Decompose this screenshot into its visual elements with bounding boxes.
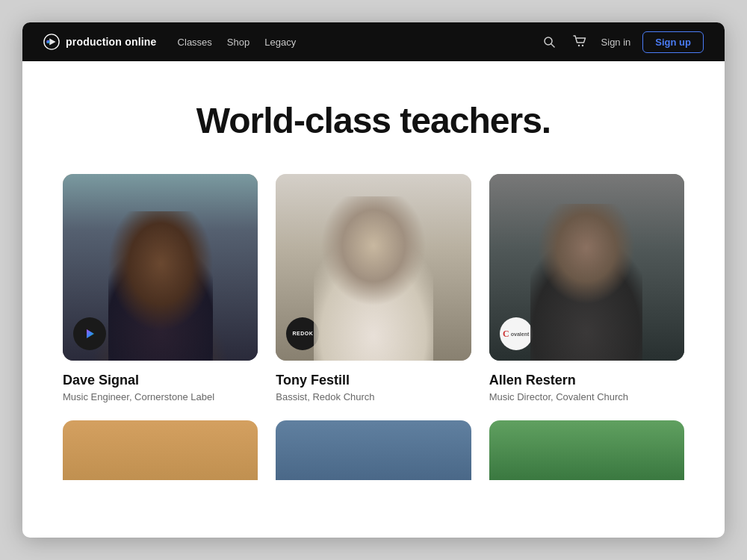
navbar: production online Classes Shop Legacy [22,22,725,61]
teacher-photo-allen: C ovalent [489,174,684,361]
svg-point-5 [577,45,579,46]
teacher-card-dave: Dave Signal Music Engineer, Cornerstone … [63,174,258,402]
teacher-name-dave: Dave Signal [63,373,258,388]
svg-marker-1 [49,38,55,45]
nav-actions: Sign in Sign up [540,31,704,53]
teacher-role-dave: Music Engineer, Cornerstone Label [63,391,258,402]
brand-logo[interactable]: production online [43,34,157,50]
svg-line-4 [551,44,554,47]
teacher-card-partial-3 [489,420,684,480]
page-title: World-class teachers. [60,100,687,141]
teacher-card-allen: C ovalent Allen Restern Music Director, … [489,174,684,402]
teacher-card-tony: REDOK Tony Festill Bassist, Redok Church [276,174,471,402]
svg-point-2 [46,40,50,44]
logo-icon [43,34,60,50]
search-icon [543,36,555,48]
svg-point-6 [581,45,583,46]
teacher-badge-tony: REDOK [286,317,319,350]
brand-name: production online [66,36,157,48]
teacher-role-tony: Bassist, Redok Church [276,391,471,402]
nav-link-classes[interactable]: Classes [178,37,212,48]
search-button[interactable] [540,33,558,51]
teacher-photo-tony: REDOK [276,174,471,361]
teacher-badge-dave [73,317,106,350]
teacher-name-allen: Allen Restern [489,373,684,388]
teacher-card-partial-1 [63,420,258,480]
teacher-role-allen: Music Director, Covalent Church [489,391,684,402]
teacher-card-partial-2 [276,420,471,480]
cart-button[interactable] [570,32,589,52]
svg-marker-7 [87,329,94,338]
nav-links: Classes Shop Legacy [178,37,540,48]
nav-link-legacy[interactable]: Legacy [264,37,296,48]
cart-icon [573,35,586,49]
covalent-label: ovalent [511,332,530,337]
teachers-grid: Dave Signal Music Engineer, Cornerstone … [60,174,687,402]
covalent-icon: C [503,329,509,340]
teacher-badge-allen: C ovalent [500,317,533,350]
teacher-name-tony: Tony Festill [276,373,471,388]
nav-link-shop[interactable]: Shop [227,37,249,48]
redok-label: REDOK [292,331,313,337]
teacher-photo-dave [63,174,258,361]
signin-button[interactable]: Sign in [601,37,631,48]
main-content: World-class teachers. [22,61,725,480]
play-icon [82,326,97,341]
signup-button[interactable]: Sign up [642,31,704,53]
teachers-grid-row2 [60,402,687,480]
